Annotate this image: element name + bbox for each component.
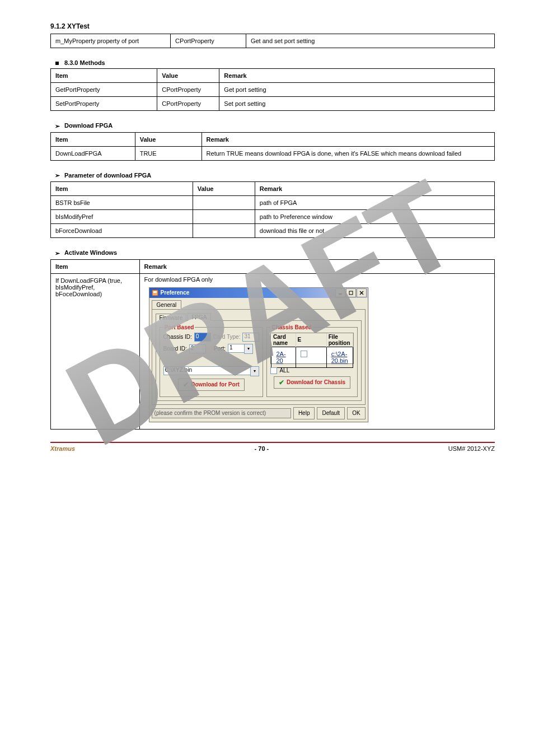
chassis-id-input[interactable]: 0 bbox=[194, 333, 211, 342]
chevron-down-icon[interactable]: ▾ bbox=[244, 344, 253, 354]
svg-rect-3 bbox=[339, 293, 342, 295]
cell: Value bbox=[193, 182, 255, 196]
table-row: Item Value Remark bbox=[51, 132, 495, 146]
cell: Value bbox=[157, 69, 219, 83]
cell: Remark bbox=[139, 259, 494, 273]
close-button[interactable] bbox=[357, 288, 367, 297]
app-icon bbox=[152, 290, 158, 296]
chassis-id-label: Chassis ID: bbox=[163, 334, 192, 340]
port-label: Port: bbox=[214, 346, 226, 352]
section-xytest-title: 9.1.2 XYTest bbox=[50, 22, 495, 30]
list-item: 2A-20 c:\2A-20.bin bbox=[271, 347, 353, 367]
tab-fpga[interactable]: FPGA bbox=[188, 313, 210, 321]
chevron-down-icon[interactable]: ▾ bbox=[250, 366, 259, 376]
download-chassis-label: Download for Chassis bbox=[287, 379, 345, 385]
maximize-button[interactable] bbox=[346, 288, 356, 297]
table-activate: Item Remark If DownLoadFGPA (true, bIsMo… bbox=[50, 259, 495, 430]
table-fpga-params: Item Value Remark BSTR bsFile path of FP… bbox=[50, 181, 495, 238]
page-footer: Xtramus - 70 - USM# 2012-XYZ bbox=[50, 442, 495, 452]
tab-general[interactable]: General bbox=[152, 300, 182, 309]
chassis-list[interactable]: Card name E File position 2A-20 bbox=[270, 333, 353, 364]
cell: Remark bbox=[202, 132, 494, 146]
table-xytest: m_MyProperty property of port CPortPrope… bbox=[50, 34, 495, 48]
port-based-group: Port Based Chassis ID: 0 Card Type: 31 bbox=[160, 324, 264, 397]
cell: CPortProperty bbox=[157, 83, 219, 97]
table-row: Item Value Remark bbox=[51, 182, 495, 196]
cell: BSTR bsFile bbox=[51, 196, 193, 210]
footer-doc-id: USM# 2012-XYZ bbox=[448, 445, 495, 452]
checkbox-empty-icon[interactable] bbox=[301, 351, 307, 357]
cell: path to Preference window bbox=[255, 210, 494, 224]
tab-firmware[interactable]: Firmware bbox=[156, 314, 187, 321]
cell: download this file or not bbox=[255, 224, 494, 238]
cell: Item bbox=[51, 182, 193, 196]
table-row: SetPortProperty CPortProperty Set port s… bbox=[51, 97, 495, 111]
card-type-input: 31 bbox=[242, 333, 259, 342]
cell: Item bbox=[51, 69, 157, 83]
table-methods: Item Value Remark GetPortProperty CPortP… bbox=[50, 68, 495, 111]
col-e[interactable]: E bbox=[296, 333, 326, 347]
card-link[interactable]: 2A-20 bbox=[276, 351, 285, 364]
cell bbox=[193, 210, 255, 224]
check-icon: ✔ bbox=[279, 379, 284, 386]
cell: TRUE bbox=[135, 146, 202, 160]
cell: CPortProperty bbox=[171, 34, 246, 48]
check-icon: ✔ bbox=[183, 381, 189, 388]
arrow-icon: ➢ bbox=[55, 123, 60, 130]
help-button[interactable]: Help bbox=[293, 407, 315, 419]
file-input[interactable]: C:\XYZ.bin bbox=[163, 366, 251, 375]
section-download-title: Download FPGA bbox=[64, 122, 113, 129]
cell: DownLoadFPGA bbox=[51, 146, 135, 160]
table-row: Item Value Remark bbox=[51, 69, 495, 83]
table-row: bIsModifyPref path to Preference window bbox=[51, 210, 495, 224]
minimize-button[interactable] bbox=[335, 288, 345, 297]
table-row: DownLoadFPGA TRUE Return TRUE means down… bbox=[51, 146, 495, 160]
all-label: ALL bbox=[279, 367, 289, 374]
download-port-label: Download for Port bbox=[191, 381, 240, 388]
window-titlebar[interactable]: Preference bbox=[149, 288, 368, 298]
cell-remark-text: For download FPGA only bbox=[144, 276, 490, 283]
cell: Return TRUE means download FPGA is done,… bbox=[202, 146, 494, 160]
cell: bForceDownload bbox=[51, 224, 193, 238]
svg-rect-4 bbox=[349, 291, 353, 295]
section-activate-title: Activate Windows bbox=[64, 249, 117, 256]
cell: Item bbox=[51, 132, 135, 146]
file-combo[interactable]: C:\XYZ.bin ▾ bbox=[163, 366, 260, 376]
arrow-icon: ➢ bbox=[55, 250, 60, 257]
chassis-based-group: Chassis Based Card name E File position bbox=[266, 324, 357, 397]
footer-brand: Xtramus bbox=[50, 445, 75, 452]
all-checkbox[interactable] bbox=[270, 367, 277, 374]
cell: If DownLoadFGPA (true, bIsModifyPref, bF… bbox=[51, 273, 140, 429]
col-card[interactable]: Card name bbox=[271, 333, 296, 347]
window-title: Preference bbox=[161, 290, 190, 296]
bullet-square-icon bbox=[55, 62, 59, 65]
cell: Remark bbox=[255, 182, 494, 196]
svg-rect-2 bbox=[153, 291, 157, 293]
cell: path of FPGA bbox=[255, 196, 494, 210]
col-file[interactable]: File position bbox=[326, 333, 353, 347]
ok-button[interactable]: OK bbox=[347, 407, 365, 419]
cell: GetPortProperty bbox=[51, 83, 157, 97]
download-chassis-button[interactable]: ✔ Download for Chassis bbox=[274, 376, 350, 389]
footer-page: - 70 - bbox=[255, 445, 269, 452]
table-row: m_MyProperty property of port CPortPrope… bbox=[51, 34, 495, 48]
port-value[interactable]: 1 bbox=[228, 344, 244, 353]
cell: Set port setting bbox=[219, 97, 495, 111]
download-port-button[interactable]: ✔ Download for Port bbox=[178, 379, 245, 391]
port-combo[interactable]: 1 ▾ bbox=[228, 344, 253, 354]
section-fpga-params-title: Parameter of download FPGA bbox=[64, 172, 151, 179]
file-link[interactable]: c:\2A-20.bin bbox=[331, 351, 348, 364]
card-type-label: Card Type: bbox=[213, 334, 241, 340]
status-bar: (please confirm the PROM version is corr… bbox=[152, 408, 291, 418]
board-id-input[interactable]: 2 bbox=[189, 344, 206, 353]
cell: m_MyProperty property of port bbox=[51, 34, 171, 48]
default-button[interactable]: Default bbox=[317, 407, 345, 419]
table-row: bForceDownload download this file or not bbox=[51, 224, 495, 238]
section-methods-title: 8.3.0 Methods bbox=[64, 59, 105, 66]
cell: Item bbox=[51, 259, 140, 273]
cell bbox=[193, 196, 255, 210]
cell: SetPortProperty bbox=[51, 97, 157, 111]
table-row: GetPortProperty CPortProperty Get port s… bbox=[51, 83, 495, 97]
arrow-icon: ➢ bbox=[55, 172, 60, 179]
port-based-legend: Port Based bbox=[163, 324, 195, 330]
